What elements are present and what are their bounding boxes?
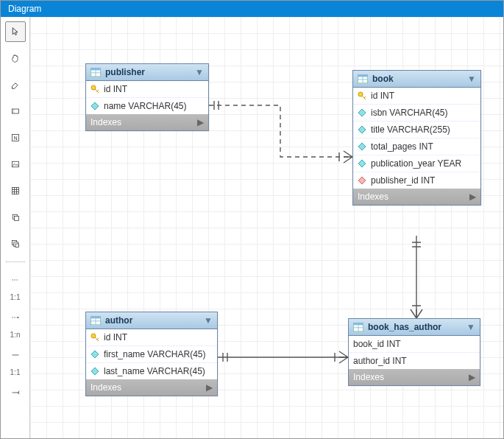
layer-icon bbox=[11, 107, 20, 116]
column-text: title VARCHAR(255) bbox=[371, 124, 450, 135]
toolbar-separator bbox=[6, 261, 25, 262]
column-text: first_name VARCHAR(45) bbox=[104, 349, 205, 359]
entity-bha-title: book_has_author bbox=[368, 322, 441, 332]
entity-author-header[interactable]: author ▼ bbox=[86, 312, 217, 329]
svg-rect-18 bbox=[90, 316, 101, 318]
indexes-label: Indexes bbox=[90, 382, 121, 393]
entity-author[interactable]: author ▼ id INT first_name VARCHAR(45) l… bbox=[85, 312, 218, 396]
hand-tool[interactable] bbox=[5, 48, 26, 69]
entity-author-title: author bbox=[105, 315, 132, 326]
diamond-icon bbox=[358, 142, 366, 151]
table-icon bbox=[353, 323, 363, 331]
rel-1-1b-tool[interactable] bbox=[5, 345, 26, 365]
column-text: id INT bbox=[104, 332, 127, 343]
column-row[interactable]: isbn VARCHAR(45) bbox=[353, 105, 480, 122]
svg-rect-4 bbox=[12, 161, 18, 167]
column-row[interactable]: last_name VARCHAR(45) bbox=[86, 363, 217, 379]
key-icon bbox=[90, 85, 99, 94]
column-row[interactable]: author_id INT bbox=[349, 353, 480, 369]
entity-publisher-header[interactable]: publisher ▼ bbox=[86, 64, 208, 81]
rel-icon-2 bbox=[11, 351, 20, 359]
view-tool-1[interactable] bbox=[5, 207, 26, 228]
entity-publisher[interactable]: publisher ▼ id INT name VARCHAR(45) Inde… bbox=[85, 63, 209, 131]
column-text: book_id INT bbox=[353, 339, 401, 349]
column-row[interactable]: name VARCHAR(45) bbox=[86, 98, 208, 114]
column-text: name VARCHAR(45) bbox=[104, 101, 186, 111]
column-row[interactable]: id INT bbox=[353, 88, 480, 105]
entity-bha-header[interactable]: book_has_author ▼ bbox=[349, 319, 480, 336]
indexes-label: Indexes bbox=[353, 372, 384, 382]
rel-1-1b-label: 1:1 bbox=[10, 368, 21, 376]
svg-rect-1 bbox=[12, 109, 14, 113]
pointer-tool[interactable] bbox=[5, 21, 26, 42]
entity-publisher-rows: id INT name VARCHAR(45) bbox=[86, 81, 208, 114]
hand-icon bbox=[11, 54, 20, 63]
indexes-bar[interactable]: Indexes ▶ bbox=[86, 379, 217, 396]
svg-rect-12 bbox=[90, 68, 101, 70]
indexes-bar[interactable]: Indexes ▶ bbox=[353, 189, 480, 205]
table-icon bbox=[90, 316, 101, 325]
column-row[interactable]: first_name VARCHAR(45) bbox=[86, 346, 217, 363]
column-row[interactable]: book_id INT bbox=[349, 336, 480, 353]
stack2-icon bbox=[11, 239, 20, 248]
indexes-bar[interactable]: Indexes ▶ bbox=[349, 369, 480, 385]
chevron-down-icon: ▼ bbox=[195, 67, 204, 77]
rel-n-icon bbox=[11, 313, 20, 322]
column-row[interactable]: id INT bbox=[86, 329, 217, 346]
column-row[interactable]: id INT bbox=[86, 81, 208, 98]
rel-more-tool[interactable] bbox=[5, 382, 26, 403]
column-text: author_id INT bbox=[353, 356, 407, 366]
image-icon bbox=[11, 160, 20, 169]
fk-diamond-icon bbox=[358, 176, 366, 185]
note-tool[interactable]: N bbox=[5, 127, 26, 148]
column-text: isbn VARCHAR(45) bbox=[371, 108, 447, 118]
rel-icon bbox=[11, 275, 20, 284]
image-tool[interactable] bbox=[5, 154, 26, 175]
diamond-icon bbox=[90, 350, 99, 359]
entity-book-header[interactable]: book ▼ bbox=[353, 71, 480, 88]
eraser-tool[interactable] bbox=[5, 74, 26, 95]
entity-book[interactable]: book ▼ id INT isbn VARCHAR(45) title VAR… bbox=[352, 70, 481, 206]
grid-icon bbox=[11, 186, 20, 195]
column-text: publication_year YEAR bbox=[371, 158, 461, 169]
diagram-canvas[interactable]: publisher ▼ id INT name VARCHAR(45) Inde… bbox=[30, 17, 503, 438]
stack-icon bbox=[11, 213, 20, 222]
rel-1-n-label: 1:n bbox=[10, 331, 21, 339]
rel-1-1-label: 1:1 bbox=[10, 293, 21, 301]
svg-rect-10 bbox=[15, 244, 19, 247]
diamond-icon bbox=[90, 102, 99, 110]
column-row[interactable]: publication_year YEAR bbox=[353, 155, 480, 172]
chevron-right-icon: ▶ bbox=[197, 117, 204, 127]
column-text: last_name VARCHAR(45) bbox=[104, 366, 205, 376]
table-icon bbox=[358, 74, 368, 83]
indexes-bar[interactable]: Indexes ▶ bbox=[86, 114, 208, 130]
svg-rect-5 bbox=[12, 188, 18, 194]
entity-bha-rows: book_id INT author_id INT bbox=[349, 336, 480, 369]
entity-book-rows: id INT isbn VARCHAR(45) title VARCHAR(25… bbox=[353, 88, 480, 189]
diamond-icon bbox=[358, 108, 366, 117]
rel-more-icon bbox=[11, 388, 20, 397]
eraser-icon bbox=[11, 80, 20, 89]
cursor-icon bbox=[11, 27, 20, 36]
view-tool-2[interactable] bbox=[5, 233, 26, 254]
rel-1-1-tool[interactable] bbox=[5, 270, 26, 290]
body: N 1:1 1:n bbox=[1, 17, 503, 438]
column-text: id INT bbox=[371, 91, 394, 101]
chevron-down-icon: ▼ bbox=[204, 315, 213, 326]
diamond-icon bbox=[358, 125, 366, 134]
chevron-right-icon: ▶ bbox=[469, 372, 475, 382]
svg-rect-7 bbox=[14, 217, 18, 221]
column-row[interactable]: total_pages INT bbox=[353, 138, 480, 155]
chevron-down-icon: ▼ bbox=[467, 74, 476, 84]
entity-book-has-author[interactable]: book_has_author ▼ book_id INT author_id … bbox=[348, 318, 480, 386]
svg-rect-21 bbox=[353, 323, 363, 325]
layer-tool[interactable] bbox=[5, 101, 26, 122]
note-icon: N bbox=[11, 133, 20, 142]
table-tool[interactable] bbox=[5, 180, 26, 201]
entity-publisher-title: publisher bbox=[105, 67, 145, 77]
column-text: publisher_id INT bbox=[371, 175, 435, 186]
rel-1-n-tool[interactable] bbox=[5, 307, 26, 328]
chevron-right-icon: ▶ bbox=[206, 382, 213, 393]
column-row[interactable]: title VARCHAR(255) bbox=[353, 122, 480, 138]
column-row[interactable]: publisher_id INT bbox=[353, 172, 480, 189]
